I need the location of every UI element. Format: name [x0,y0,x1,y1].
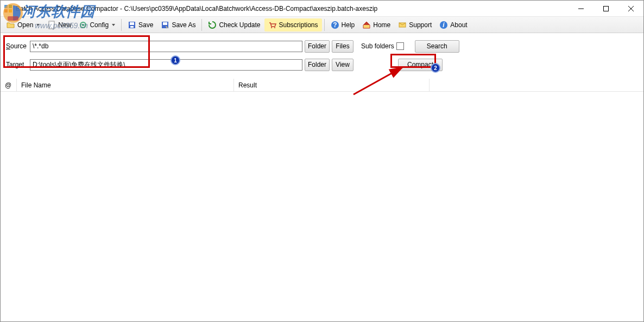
gear-icon [79,21,87,29]
separator [324,19,325,31]
source-files-button[interactable]: Files [332,40,353,53]
svg-point-16 [271,27,272,28]
annotation-badge-2: 2 [431,63,440,73]
home-icon [362,21,371,29]
save-button[interactable]: Save [124,18,157,31]
mail-icon [398,21,407,29]
annotation-badge-1: 1 [171,55,180,65]
toolbar: Open New Config Save Save As Check Updat… [1,17,643,33]
app-icon [4,4,12,13]
target-row: Target Folder View Compact [6,57,638,72]
svg-rect-0 [4,5,8,8]
search-button[interactable]: Search [415,40,459,53]
config-button[interactable]: Config [75,18,119,31]
toolbar-label: Config [90,21,109,29]
about-button[interactable]: i About [435,18,471,31]
toolbar-label: About [450,21,467,29]
help-icon: ? [331,21,339,29]
maximize-button[interactable] [594,1,618,16]
toolbar-label: Home [373,21,390,29]
info-icon: i [439,21,448,29]
svg-rect-5 [604,6,609,11]
refresh-icon [208,21,217,29]
input-area: Source Folder Files Sub folders Search T… [1,33,643,77]
svg-rect-15 [163,22,167,25]
chevron-down-icon [112,24,115,26]
source-input[interactable] [30,41,302,52]
source-folder-button[interactable]: Folder [305,40,330,53]
toolbar-label: New [58,21,71,29]
document-new-icon [47,21,56,29]
new-button[interactable]: New [43,18,75,31]
column-file-name[interactable]: File Name [17,79,234,91]
sub-folders-checkbox[interactable] [396,42,404,50]
chevron-down-icon [36,24,40,26]
svg-text:?: ? [333,21,337,29]
help-button[interactable]: ? Help [327,18,359,31]
toolbar-label: Help [342,21,355,29]
folder-open-icon [7,21,15,29]
svg-rect-8 [49,21,54,29]
subscriptions-button[interactable]: Subscriptions [264,18,322,31]
svg-rect-2 [4,9,8,12]
column-at[interactable]: @ [1,79,17,91]
home-button[interactable]: Home [358,18,394,31]
svg-rect-13 [130,26,134,28]
save-icon [128,21,136,29]
source-label: Source [6,42,28,50]
target-folder-button[interactable]: Folder [305,59,330,71]
svg-point-10 [82,24,84,26]
toolbar-label: Check Update [219,21,260,29]
close-button[interactable] [618,1,643,16]
toolbar-label: Save [138,21,153,29]
sub-folders-label: Sub folders [361,42,394,50]
save-as-button[interactable]: Save As [157,18,199,31]
list-header: @ File Name Result [1,79,643,92]
svg-rect-1 [9,5,12,8]
minimize-button[interactable] [569,1,594,16]
toolbar-label: Subscriptions [279,21,318,29]
open-button[interactable]: Open [3,18,43,31]
target-view-button[interactable]: View [332,59,353,71]
target-input[interactable] [30,59,302,71]
toolbar-label: Save As [172,21,195,29]
window-title: Batch Access Database Compactor - C:\Use… [16,5,569,12]
toolbar-label: Support [409,21,432,29]
svg-rect-3 [9,9,12,12]
titlebar: Batch Access Database Compactor - C:\Use… [1,1,643,17]
toolbar-label: Open [17,21,33,29]
save-as-icon [161,21,169,29]
cart-icon [268,21,277,29]
support-button[interactable]: Support [394,18,435,31]
separator [121,19,122,31]
svg-rect-12 [130,22,134,25]
svg-point-17 [274,27,275,28]
column-result[interactable]: Result [234,79,430,91]
source-row: Source Folder Files Sub folders Search [6,39,638,54]
separator [201,19,202,31]
target-label: Target [6,61,28,68]
check-update-button[interactable]: Check Update [204,18,264,31]
